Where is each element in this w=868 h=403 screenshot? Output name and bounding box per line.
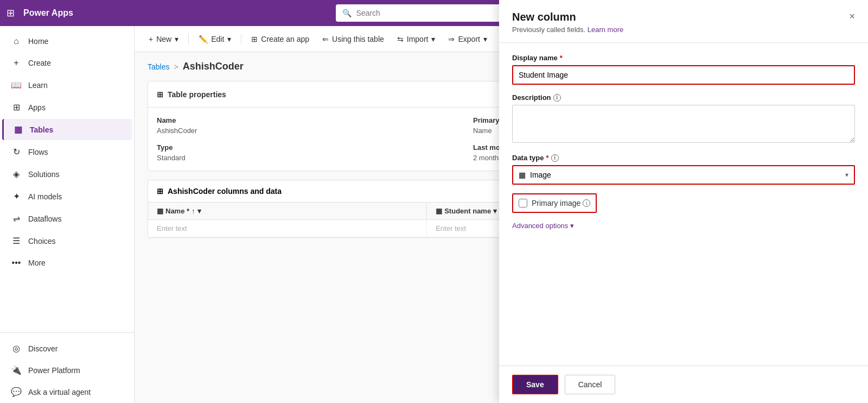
data-type-group: Data type * i ▦ Image ▾ [512, 154, 855, 185]
learn-icon: 📖 [11, 80, 22, 90]
sidebar-label-more: More [28, 259, 46, 267]
sidebar-label-learn: Learn [28, 81, 48, 90]
data-type-label: Data type * i [512, 154, 855, 162]
panel-header-content: New column Previously called fields. Lea… [512, 11, 623, 34]
panel-subtitle: Previously called fields. Learn more [512, 26, 623, 34]
col-student-icon: ▦ [436, 207, 442, 215]
create-app-button[interactable]: ⊞ Create an app [246, 32, 315, 47]
data-type-selected-value: ▦ Image [519, 171, 551, 179]
columns-table-icon: ⊞ [157, 187, 163, 196]
sidebar-item-solutions[interactable]: ◈ Solutions [2, 163, 132, 185]
description-input[interactable] [512, 105, 855, 143]
learn-more-link[interactable]: Learn more [588, 26, 623, 34]
description-label: Description i [512, 93, 855, 102]
import-button[interactable]: ⇆ Import ▾ [392, 32, 441, 47]
edit-icon: ✏️ [199, 35, 208, 43]
dataflows-icon: ⇌ [11, 213, 22, 224]
sidebar-label-ask-agent: Ask a virtual agent [28, 388, 91, 396]
export-chevron-icon: ▾ [483, 35, 487, 43]
name-label: Name [157, 116, 464, 124]
col-student-filter-icon[interactable]: ▾ [493, 207, 497, 215]
type-label: Type [157, 143, 464, 152]
sidebar-item-create[interactable]: + Create [2, 53, 132, 73]
flows-icon: ↻ [11, 147, 22, 157]
sidebar-item-flows[interactable]: ↻ Flows [2, 141, 132, 162]
using-table-icon: ⇐ [322, 35, 329, 43]
display-name-input[interactable] [512, 65, 855, 85]
edit-button[interactable]: ✏️ Edit ▾ [193, 32, 237, 47]
sidebar-label-create: Create [28, 59, 51, 67]
export-icon: ⇒ [448, 35, 455, 43]
breadcrumb-parent[interactable]: Tables [148, 62, 169, 71]
panel-footer: Save Cancel [499, 366, 868, 403]
sidebar-item-apps[interactable]: ⊞ Apps [2, 97, 132, 118]
description-group: Description i [512, 93, 855, 145]
sidebar-label-tables: Tables [30, 125, 53, 134]
sidebar-label-apps: Apps [28, 103, 46, 112]
breadcrumb-separator: > [174, 62, 178, 71]
name-value: AshishCoder [157, 127, 464, 135]
primary-image-info-icon[interactable]: i [583, 199, 590, 207]
power-platform-icon: 🔌 [11, 365, 22, 375]
sidebar-item-ask-agent[interactable]: 💬 Ask a virtual agent [2, 381, 132, 402]
discover-icon: ◎ [11, 343, 22, 354]
search-icon: 🔍 [342, 9, 352, 17]
new-button[interactable]: + New ▾ [143, 32, 184, 47]
export-button[interactable]: ⇒ Export ▾ [443, 32, 492, 47]
primary-image-label: Primary image i [532, 199, 590, 207]
sidebar: ⌂ Home + Create 📖 Learn ⊞ Apps ▦ Tables … [0, 26, 135, 403]
advanced-options-link[interactable]: Advanced options ▾ [512, 222, 855, 230]
sidebar-item-ai-models[interactable]: ✦ AI models [2, 186, 132, 207]
edit-label: Edit [211, 35, 224, 43]
cancel-button[interactable]: Cancel [565, 375, 616, 394]
col-filter-icon[interactable]: ▾ [197, 207, 201, 215]
sidebar-label-dataflows: Dataflows [28, 215, 61, 223]
sidebar-item-tables[interactable]: ▦ Tables [2, 119, 132, 140]
sidebar-item-dataflows[interactable]: ⇌ Dataflows [2, 208, 132, 229]
advanced-options-label: Advanced options [512, 222, 568, 230]
sidebar-item-learn[interactable]: 📖 Learn [2, 74, 132, 96]
toolbar-divider-1 [188, 34, 189, 45]
type-property: Type Standard [157, 143, 464, 162]
table-properties-label: Table properties [168, 90, 226, 99]
sidebar-item-more[interactable]: ••• More [2, 253, 132, 273]
tables-icon: ▦ [12, 124, 23, 135]
data-type-info-icon[interactable]: i [551, 154, 559, 162]
edit-chevron-icon: ▾ [227, 35, 231, 43]
col-student-label: Student name [444, 207, 491, 215]
columns-table-title: AshishCoder columns and data [168, 187, 282, 196]
sidebar-item-choices[interactable]: ☰ Choices [2, 230, 132, 251]
display-name-required: * [560, 54, 563, 62]
data-type-select[interactable]: ▦ Image ▾ [512, 165, 855, 185]
description-info-icon[interactable]: i [553, 94, 561, 102]
display-name-group: Display name * [512, 54, 855, 85]
using-table-button[interactable]: ⇐ Using this table [317, 32, 390, 47]
home-icon: ⌂ [11, 36, 22, 46]
primary-image-checkbox[interactable] [519, 199, 527, 207]
new-label: New [156, 35, 171, 43]
data-type-chevron-icon: ▾ [845, 171, 848, 179]
advanced-options-chevron-icon: ▾ [570, 222, 574, 230]
plus-icon: + [149, 35, 153, 43]
panel-close-button[interactable]: × [849, 11, 855, 22]
subtitle-text: Previously called fields. [512, 26, 585, 34]
table-props-icon: ⊞ [157, 90, 163, 99]
sidebar-label-discover: Discover [28, 344, 58, 353]
col-header-name[interactable]: ▦ Name * ↑ ▾ [148, 203, 427, 219]
sidebar-label-choices: Choices [28, 237, 56, 245]
cell-name[interactable]: Enter text [148, 220, 427, 237]
data-type-icon: ▦ [519, 171, 526, 179]
data-type-required: * [546, 154, 549, 162]
more-icon: ••• [11, 258, 22, 268]
toolbar-divider-2 [241, 34, 241, 45]
sidebar-item-power-platform[interactable]: 🔌 Power Platform [2, 360, 132, 381]
display-name-label: Display name * [512, 54, 855, 62]
grid-icon[interactable]: ⊞ [7, 7, 15, 19]
save-button[interactable]: Save [512, 375, 558, 394]
new-column-panel: New column Previously called fields. Lea… [499, 0, 868, 403]
name-property: Name AshishCoder [157, 116, 464, 135]
sidebar-item-home[interactable]: ⌂ Home [2, 31, 132, 52]
col-sort-icon[interactable]: ↑ [192, 207, 195, 215]
sidebar-label-solutions: Solutions [28, 170, 60, 179]
sidebar-item-discover[interactable]: ◎ Discover [2, 338, 132, 359]
